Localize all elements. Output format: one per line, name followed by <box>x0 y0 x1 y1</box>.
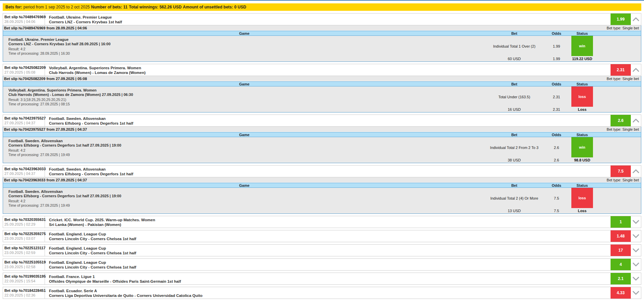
detail-game-cell: Football. Sweden. Allsvenskan Corners El… <box>3 139 486 157</box>
bet-slip-summary[interactable]: Bet slip №70489476969 28.09.2025 | 04:06… <box>3 13 641 25</box>
detail-match: Corners Elfsborg - Corners Degerfors 1st… <box>8 194 486 198</box>
chevron-down-icon <box>632 220 640 224</box>
slip-number: Bet slip №70225105519 <box>4 260 43 264</box>
bet-slip-summary[interactable]: Bet slip №70199035195 22.09.2025 | 15:54… <box>3 273 641 285</box>
chevron-down-icon <box>632 276 640 281</box>
footer-spacer-left <box>3 157 486 163</box>
column-header-game: Game <box>3 82 486 86</box>
detail-odds: 2.31 <box>543 88 570 106</box>
footer-spacer-right <box>594 208 641 213</box>
detail-result: Result: 3:1(18:25,25:20,25:20,25:21) <box>8 98 486 102</box>
expand-toggle[interactable] <box>631 115 641 126</box>
expand-toggle[interactable] <box>631 216 641 228</box>
column-header-spacer <box>594 31 641 35</box>
expand-toggle[interactable] <box>631 245 641 256</box>
slip-title-cell: Football. Sweden. Allsvenskan Corners El… <box>45 166 611 177</box>
slip-title-cell: Football. England. League Cup Corners Li… <box>45 230 611 242</box>
slip-number: Bet slip №70425082209 <box>4 66 43 70</box>
slip-datetime: 27.09.2025 | 05:08 <box>4 70 43 75</box>
slip-title-cell: Football. France. Ligue 1 Offsides Olymp… <box>45 273 611 284</box>
column-header-bet: Bet <box>486 82 543 86</box>
slip-datetime: 23.09.2025 | 03:07 <box>4 236 43 241</box>
details-column-header: Game Bet Odds Status <box>3 31 641 36</box>
slip-league: Football. Ecuador. Serie A <box>49 288 609 293</box>
detail-status-cell: win <box>570 37 594 55</box>
details-header-text: Bet slip №70423975527 from 27.09.2025 | … <box>4 127 87 131</box>
detail-spacer <box>594 37 641 55</box>
slip-details: Bet slip №70423963033 from 27.09.2025 | … <box>3 177 641 214</box>
chevron-up-icon <box>632 118 640 123</box>
footer-spacer-right <box>594 56 641 61</box>
column-header-spacer <box>594 132 641 137</box>
odds-badge: 2.1 <box>611 273 631 284</box>
bet-slip-summary[interactable]: Bet slip №70425082209 27.09.2025 | 05:08… <box>3 64 641 76</box>
slip-datetime: 27.09.2025 | 04:37 <box>4 171 43 176</box>
bet-slip-summary[interactable]: Bet slip №70225123117 23.09.2025 | 02:59… <box>3 244 641 256</box>
bet-slip-summary[interactable]: Bet slip №70423963033 27.09.2025 | 04:37… <box>3 165 641 177</box>
slip-league: Football. Sweden. Allsvenskan <box>49 167 609 172</box>
bet-slip: Bet slip №70225123117 23.09.2025 | 02:59… <box>3 244 641 256</box>
odds-badge: 4.33 <box>611 287 631 299</box>
bet-slip: Bet slip №70423975527 27.09.2025 | 04:37… <box>3 115 641 163</box>
detail-spacer <box>594 139 641 157</box>
slip-details: Bet slip №70489476969 from 28.09.2025 | … <box>3 25 641 62</box>
bet-slip: Bet slip №70423963033 27.09.2025 | 04:37… <box>3 165 641 214</box>
bet-slip: Bet slip №70225359275 23.09.2025 | 03:07… <box>3 230 641 242</box>
column-header-spacer <box>594 82 641 86</box>
slip-title-cell: Football. Ecuador. Serie A Corners Liga … <box>45 287 611 299</box>
expand-toggle[interactable] <box>631 273 641 284</box>
details-header-text: Bet slip №70489476969 from 28.09.2025 | … <box>4 26 87 30</box>
slip-league: Football. England. League Cup <box>49 246 609 251</box>
bet-slip-summary[interactable]: Bet slip №70225105519 23.09.2025 | 02:58… <box>3 258 641 271</box>
detail-league: Football. Sweden. Allsvenskan <box>8 189 486 194</box>
column-header-odds: Odds <box>543 82 570 86</box>
column-header-odds: Odds <box>543 31 570 35</box>
details-row: Football. Sweden. Allsvenskan Corners El… <box>3 188 641 208</box>
slip-number: Bet slip №70423963033 <box>4 167 43 171</box>
column-header-status: Status <box>570 82 594 86</box>
detail-match: Club Harrods (Women) - Lomas de Zamora (… <box>8 93 486 97</box>
slip-number: Bet slip №70423975527 <box>4 116 43 121</box>
details-row: Football. Sweden. Allsvenskan Corners El… <box>3 137 641 157</box>
stake-amount: 60 USD <box>486 56 543 61</box>
detail-processing: Time of processing: 27.09.2025 | 08:15 <box>8 102 486 106</box>
banner-segment: Amount of unsettled bets: 0 USD <box>183 5 246 9</box>
bet-slip-summary[interactable]: Bet slip №70320355631 25.09.2025 | 02:29… <box>3 216 641 228</box>
detail-spacer <box>594 189 641 207</box>
column-header-game: Game <box>3 31 486 35</box>
odds-badge: 7.5 <box>611 166 631 177</box>
expand-toggle[interactable] <box>631 166 641 177</box>
bet-type-label: Bet type: Single bet <box>607 178 639 182</box>
expand-toggle[interactable] <box>631 64 641 76</box>
slip-league: Football. Ukraine. Premier League <box>49 15 609 20</box>
slip-id-cell: Bet slip №70320355631 25.09.2025 | 02:29 <box>3 216 45 228</box>
bet-slip-summary[interactable]: Bet slip №70184228451 22.09.2025 | 02:36… <box>3 287 641 299</box>
detail-match: Corners Elfsborg - Corners Degerfors 1st… <box>8 143 486 148</box>
slip-datetime: 27.09.2025 | 04:37 <box>4 121 43 125</box>
slip-number: Bet slip №70199035195 <box>4 274 43 279</box>
bet-slip: Bet slip №70320355631 25.09.2025 | 02:29… <box>3 216 641 228</box>
expand-toggle[interactable] <box>631 287 641 299</box>
expand-toggle[interactable] <box>631 259 641 270</box>
bet-slip-summary[interactable]: Bet slip №70423975527 27.09.2025 | 04:37… <box>3 115 641 127</box>
slip-datetime: 25.09.2025 | 02:29 <box>4 222 43 227</box>
expand-toggle[interactable] <box>631 230 641 242</box>
column-header-bet: Bet <box>486 183 543 187</box>
slip-number: Bet slip №70225359275 <box>4 232 43 236</box>
stake-amount: 38 USD <box>486 157 543 163</box>
slip-id-cell: Bet slip №70225359275 23.09.2025 | 03:07 <box>3 230 45 242</box>
final-odds: 1.99 <box>543 56 570 61</box>
bet-slip: Bet slip №70184228451 22.09.2025 | 02:36… <box>3 287 641 299</box>
bet-slip-summary[interactable]: Bet slip №70225359275 23.09.2025 | 03:07… <box>3 230 641 242</box>
details-footer: 38 USD 2.6 98.8 USD <box>3 157 641 163</box>
chevron-up-icon <box>632 17 640 22</box>
expand-toggle[interactable] <box>631 14 641 25</box>
stake-amount: 16 USD <box>486 107 543 112</box>
slip-title-cell: Football. England. League Cup Corners Li… <box>45 245 611 256</box>
footer-spacer-right <box>594 157 641 163</box>
slip-id-cell: Bet slip №70423963033 27.09.2025 | 04:37 <box>3 166 45 177</box>
details-footer: 16 USD 2.31 Loss <box>3 107 641 112</box>
detail-processing: Time of processing: 27.09.2025 | 19:49 <box>8 153 486 157</box>
details-header-text: Bet slip №70423963033 from 27.09.2025 | … <box>4 178 87 182</box>
slip-match: Corners Liga Deportiva Universitaria de … <box>49 293 609 298</box>
